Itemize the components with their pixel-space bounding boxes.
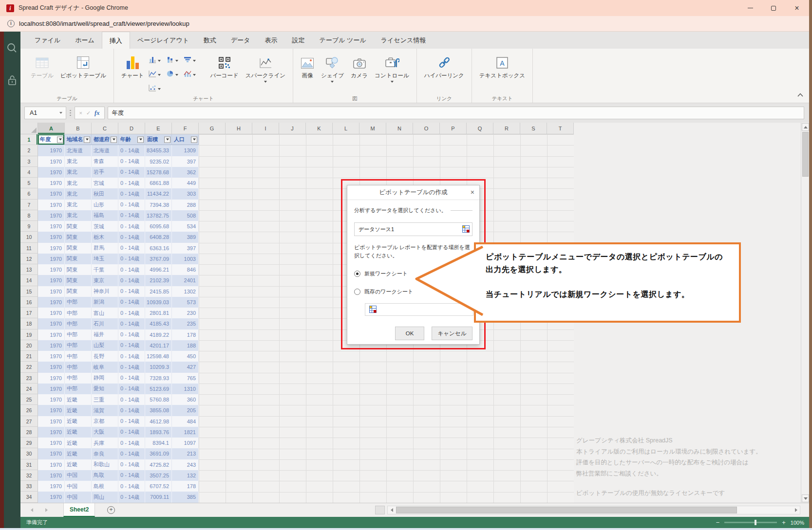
dialog-title-bar[interactable]: ピボットテーブルの作成 × (347, 185, 479, 200)
table-cell[interactable]: 508 (172, 210, 199, 221)
table-cell[interactable]: 1970 (38, 264, 65, 275)
table-cell[interactable]: 福井 (92, 329, 118, 340)
pane-splitter-handle[interactable] (375, 506, 385, 514)
table-cell[interactable]: 東北 (65, 167, 92, 178)
table-cell[interactable]: 0 - 14歳 (118, 373, 145, 384)
table-cell[interactable]: 385 (172, 492, 199, 502)
horizontal-scrollbar[interactable] (387, 506, 800, 514)
table-header-cell-年度[interactable]: 年度 (38, 134, 65, 145)
tab-データ[interactable]: データ (224, 32, 258, 49)
table-cell[interactable]: 303 (172, 188, 199, 199)
formula-bar-handle[interactable] (70, 110, 71, 116)
table-cell[interactable]: 0 - 14歳 (118, 254, 145, 264)
range-selector-icon[interactable] (369, 306, 377, 314)
table-cell[interactable]: 石川 (92, 318, 118, 329)
ok-button[interactable]: OK (395, 327, 424, 340)
dropdown-icon[interactable] (193, 60, 196, 62)
table-cell[interactable]: 0 - 14歳 (118, 405, 145, 416)
table-cell[interactable]: 188 (172, 340, 199, 351)
table-cell[interactable]: 1309 (172, 145, 199, 156)
table-cell[interactable]: 1893.76 (145, 427, 172, 438)
table-cell[interactable]: 11434.22 (145, 188, 172, 199)
table-cell[interactable]: 栃木 (92, 232, 118, 242)
chart-button[interactable]: チャート (118, 52, 148, 80)
table-cell[interactable]: 765 (172, 373, 199, 384)
barcode-button[interactable]: バーコード (207, 52, 242, 80)
row-header-19[interactable]: 19 (20, 329, 38, 340)
dropdown-icon[interactable] (158, 74, 161, 76)
table-cell[interactable]: 0 - 14歳 (118, 492, 145, 502)
row-header-11[interactable]: 11 (20, 243, 38, 254)
cancel-entry-icon[interactable]: × (79, 110, 82, 116)
table-cell[interactable]: 1970 (38, 427, 65, 438)
table-cell[interactable]: 0 - 14歳 (118, 286, 145, 297)
table-cell[interactable]: 1970 (38, 275, 65, 286)
row-header-10[interactable]: 10 (20, 232, 38, 242)
table-cell[interactable]: 1970 (38, 145, 65, 156)
row-header-4[interactable]: 4 (20, 167, 38, 178)
table-cell[interactable]: 0 - 14歳 (118, 438, 145, 448)
filter-dropdown-icon[interactable] (137, 136, 144, 143)
table-cell[interactable]: 1821 (172, 427, 199, 438)
dropdown-icon[interactable] (331, 81, 334, 83)
table-cell[interactable]: 3691.09 (145, 448, 172, 459)
table-cell[interactable]: 0 - 14歳 (118, 427, 145, 438)
column-chart-button[interactable] (149, 54, 166, 68)
table-cell[interactable]: 1970 (38, 308, 65, 318)
table-cell[interactable]: 0 - 14歳 (118, 329, 145, 340)
table-cell[interactable]: 7328.93 (145, 373, 172, 384)
table-cell[interactable]: 1970 (38, 318, 65, 329)
table-cell[interactable]: 6363.16 (145, 243, 172, 254)
filter-dropdown-icon[interactable] (84, 136, 90, 143)
table-cell[interactable]: 福島 (92, 210, 118, 221)
table-cell[interactable]: 中国 (65, 492, 92, 502)
tab-ホーム[interactable]: ホーム (68, 32, 102, 49)
table-cell[interactable]: 東北 (65, 178, 92, 188)
table-cell[interactable]: 関東 (65, 232, 92, 242)
table-cell[interactable]: 1003 (172, 254, 199, 264)
table-cell[interactable]: 1970 (38, 438, 65, 448)
table-cell[interactable]: 6861.88 (145, 178, 172, 188)
table-cell[interactable]: 島根 (92, 481, 118, 492)
table-cell[interactable]: 178 (172, 329, 199, 340)
radio-unselected-icon[interactable] (354, 289, 360, 295)
table-cell[interactable]: 5760.88 (145, 394, 172, 405)
table-cell[interactable]: 1310 (172, 384, 199, 394)
table-cell[interactable]: 1970 (38, 297, 65, 308)
area-chart-button[interactable] (149, 68, 166, 82)
table-cell[interactable]: 4185.43 (145, 318, 172, 329)
table-cell[interactable]: 埼玉 (92, 254, 118, 264)
pivot-table-button[interactable]: ピボットテーブル (57, 52, 110, 80)
table-cell[interactable]: 0 - 14歳 (118, 318, 145, 329)
table-cell[interactable]: 1970 (38, 362, 65, 372)
table-cell[interactable]: 和歌山 (92, 459, 118, 470)
column-header-F[interactable]: F (172, 123, 199, 134)
row-header-32[interactable]: 32 (20, 470, 38, 481)
unlock-icon[interactable] (7, 74, 18, 88)
column-header-B[interactable]: B (65, 123, 92, 134)
zoom-slider[interactable] (724, 522, 777, 523)
table-cell[interactable]: 0 - 14歳 (118, 340, 145, 351)
table-cell[interactable]: 岩手 (92, 167, 118, 178)
dialog-close-icon[interactable]: × (471, 188, 474, 196)
table-cell[interactable]: 1970 (38, 188, 65, 199)
table-cell[interactable]: 534 (172, 221, 199, 232)
table-cell[interactable]: 0 - 14歳 (118, 459, 145, 470)
column-header-N[interactable]: N (386, 123, 413, 134)
table-cell[interactable]: 群馬 (92, 243, 118, 254)
select-all-corner[interactable] (20, 123, 38, 134)
row-header-1[interactable]: 1 (20, 134, 38, 145)
table-cell[interactable]: 近畿 (65, 427, 92, 438)
dropdown-icon[interactable] (193, 74, 196, 76)
zoom-out-icon[interactable]: − (716, 519, 720, 526)
tab-表示[interactable]: 表示 (258, 32, 285, 49)
tab-ファイル[interactable]: ファイル (27, 32, 68, 49)
table-cell[interactable]: 2801.81 (145, 308, 172, 318)
row-header-26[interactable]: 26 (20, 405, 38, 416)
column-header-A[interactable]: A (38, 123, 65, 134)
table-header-cell-人口[interactable]: 人口 (172, 134, 199, 145)
table-cell[interactable]: 1970 (38, 351, 65, 362)
table-cell[interactable]: 千葉 (92, 264, 118, 275)
vertical-scroll-thumb[interactable] (802, 132, 809, 177)
table-cell[interactable]: 1970 (38, 178, 65, 188)
